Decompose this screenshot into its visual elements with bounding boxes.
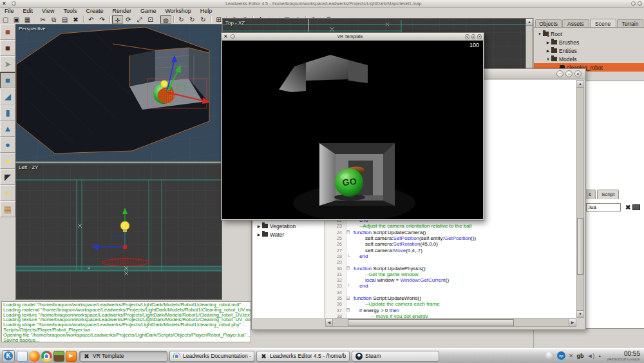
scrollbar-thumb[interactable]	[348, 319, 514, 326]
expand-icon[interactable]: ▶	[256, 224, 262, 228]
csg-box-dark-button[interactable]: ■	[0, 40, 15, 56]
expand-icon[interactable]: ▶	[545, 48, 551, 53]
minimize-button[interactable]: ∨	[465, 34, 469, 39]
console-log[interactable]: Loading model "/home/braqoon/workspace/L…	[1, 301, 251, 342]
fold-collapse-icon[interactable]: ⊟	[345, 230, 352, 235]
file-manager-icon[interactable]	[17, 351, 28, 362]
brush-cone-button[interactable]: ▲	[0, 121, 15, 137]
menu-file[interactable]: File	[0, 8, 19, 15]
fold-collapse-icon[interactable]: ⊟	[345, 308, 352, 313]
collapse-icon[interactable]: ▼	[536, 32, 543, 36]
tray-expander-icon[interactable]: ▲	[598, 354, 601, 358]
support-icon[interactable]	[545, 351, 554, 360]
window-close-icon[interactable]: ✕	[2, 1, 6, 6]
point-light-button[interactable]: ●	[0, 153, 15, 169]
scrollbar-thumb[interactable]	[577, 218, 583, 275]
rotate-tool-icon[interactable]: ⟳	[123, 15, 134, 24]
taskbar-task[interactable]: ✖VR Template	[79, 351, 167, 362]
game-viewport[interactable]: 100 GO	[222, 41, 483, 219]
fold-collapse-icon[interactable]: ⊟	[345, 266, 352, 271]
tab-terrain[interactable]: Terrain	[617, 19, 643, 27]
brush-wedge-button[interactable]: ◢	[0, 88, 15, 104]
open-folder-icon[interactable]: ▣	[11, 15, 22, 24]
crate-prefab-button[interactable]: ▦	[0, 201, 15, 217]
spot-light-button[interactable]: ◤	[0, 169, 15, 185]
pick-tool-button[interactable]: ➤	[0, 56, 15, 72]
collapse-icon[interactable]: ▼	[545, 57, 551, 61]
paste-icon[interactable]: ▤	[59, 15, 70, 24]
hp-icon[interactable]: hp	[557, 351, 565, 360]
tab-assets[interactable]: Assets	[562, 19, 589, 27]
window-shade-icon[interactable]	[631, 1, 636, 6]
keyboard-layout-indicator[interactable]: gb	[576, 353, 583, 359]
session-icon[interactable]: ✕	[569, 353, 574, 359]
tab-objects[interactable]: Objects	[535, 19, 562, 27]
volume-icon[interactable]: ◄)	[587, 353, 594, 359]
close-button[interactable]: ✕	[477, 34, 482, 39]
rotate-view-y-icon[interactable]: ↻	[187, 15, 198, 24]
minimize-button[interactable]: −	[556, 70, 564, 77]
scale-tool-icon[interactable]: ⤢	[134, 15, 145, 24]
minecraft-icon[interactable]	[53, 351, 64, 362]
brush-sphere-button[interactable]: ●	[0, 137, 15, 153]
scene-node-entities[interactable]: ▶Entities	[534, 46, 644, 55]
global-space-toggle-icon[interactable]: ◍	[160, 15, 171, 24]
file-filter-input[interactable]	[586, 203, 621, 211]
menu-render[interactable]: Render	[108, 8, 136, 15]
tab-scene[interactable]: Scene	[590, 19, 616, 27]
vr-window-titlebar[interactable]: ✕ VR Template ∨∧✕	[222, 33, 484, 41]
menu-tools[interactable]: Tools	[59, 8, 81, 15]
clear-filter-icon[interactable]: ✖	[625, 204, 630, 211]
move-tool-icon[interactable]: ✛	[112, 15, 123, 24]
chrome-icon[interactable]	[41, 351, 52, 362]
app-launcher-button[interactable]: K	[2, 350, 15, 362]
tab-script[interactable]: Script	[597, 190, 619, 199]
code-vertical-scrollbar[interactable]	[576, 80, 584, 318]
rotate-view-z-icon[interactable]: ↻	[198, 15, 209, 24]
scene-node-models[interactable]: ▼Models	[534, 55, 644, 63]
menu-edit[interactable]: Edit	[19, 8, 38, 15]
copy-icon[interactable]: ⧉	[48, 15, 59, 24]
undo-icon[interactable]: ↶	[86, 15, 97, 24]
expand-icon[interactable]: ▶	[545, 40, 551, 44]
firefox-icon[interactable]	[29, 351, 40, 362]
scene-node-brushes[interactable]: ▶Brushes	[534, 38, 644, 46]
csg-box-red-button[interactable]: ■	[0, 24, 15, 40]
fold-collapse-icon[interactable]: ⊟	[345, 296, 352, 301]
new-file-icon[interactable]: ▢	[0, 15, 11, 24]
redo-icon[interactable]: ↷	[97, 15, 108, 24]
delete-icon[interactable]: ✖	[70, 15, 81, 24]
menu-game[interactable]: Game	[136, 8, 161, 15]
save-icon[interactable]: ▦	[22, 15, 33, 24]
maximize-button[interactable]: ▫	[565, 70, 573, 77]
brush-cylinder-button[interactable]: ▮	[0, 104, 15, 121]
brush-box-button[interactable]: ■	[0, 72, 15, 88]
tree-item-water[interactable]: ▶Water	[253, 230, 325, 239]
cut-icon[interactable]: ✂	[37, 15, 48, 24]
expand-icon[interactable]: ▶	[256, 232, 262, 237]
viewport-left-zy[interactable]: Left - ZY	[15, 162, 222, 300]
taskbar-task[interactable]: ✖Leadwerks Editor 4.5 - /home/braqoon/wo	[256, 351, 350, 362]
taskbar-task[interactable]: Steam	[352, 351, 439, 362]
menu-help[interactable]: Help	[196, 8, 217, 15]
window-menu-icon[interactable]	[231, 34, 235, 39]
select-tool-icon[interactable]: ⊡	[145, 15, 156, 24]
tree-item-vegetation[interactable]: ▶Vegetation	[253, 222, 325, 230]
viewport-perspective[interactable]: Perspective	[15, 24, 222, 162]
window-titlebar[interactable]: ✕ Leadwerks Editor 4.5 - /home/braqoon/w…	[0, 0, 644, 8]
maximize-button[interactable]: ∧	[471, 34, 475, 39]
scene-node-root[interactable]: ▼Root	[534, 30, 644, 38]
menu-create[interactable]: Create	[81, 8, 108, 15]
asset-view-icon[interactable]	[632, 204, 640, 210]
scene-tree[interactable]: ▼Root▶Brushes▶Entities▼Modelscleaning_ro…	[534, 28, 644, 72]
code-horizontal-scrollbar[interactable]	[325, 319, 576, 327]
window-menu-icon[interactable]	[12, 1, 16, 6]
clock[interactable]: 00:55 24/09/2018 London	[607, 350, 640, 362]
screen-recorder-icon[interactable]	[66, 351, 77, 362]
menu-view[interactable]: View	[37, 8, 59, 15]
menu-workshop[interactable]: Workshop	[160, 8, 195, 15]
taskbar-task[interactable]: Leadwerks Documentation - Google Chro	[169, 351, 254, 362]
window-maximize-icon[interactable]	[638, 1, 642, 6]
close-button[interactable]: ✕	[574, 70, 582, 77]
rotate-view-x-icon[interactable]: ↻	[176, 15, 187, 24]
